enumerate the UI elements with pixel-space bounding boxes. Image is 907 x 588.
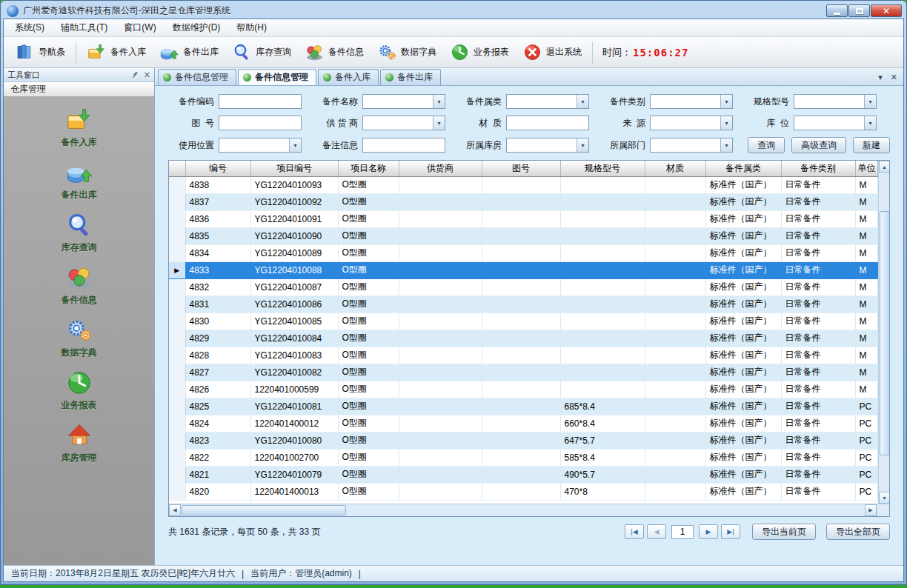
menu-system[interactable]: 系统(S) <box>7 19 53 36</box>
vertical-scrollbar[interactable]: ▲ ▼ <box>878 161 890 504</box>
toolbar-data-dictionary[interactable]: 数据字典 <box>371 39 443 65</box>
next-page-button[interactable]: ▶ <box>699 524 718 539</box>
row-selector-cell[interactable] <box>169 278 185 295</box>
row-selector-cell[interactable] <box>169 295 185 313</box>
toolbar-stock-query[interactable]: 库存查询 <box>225 39 298 65</box>
toolbar-parts-outbound[interactable]: 备件出库 <box>153 39 225 65</box>
toolbar-parts-info[interactable]: 备件信息 <box>298 39 371 65</box>
toolbar-parts-inbound[interactable]: 备件入库 <box>80 39 153 65</box>
row-selector-cell[interactable] <box>169 415 185 432</box>
sidebar-item-parts-inbound[interactable]: 备件入库 <box>4 106 154 149</box>
column-header[interactable]: 编号 <box>185 161 250 176</box>
minimize-button[interactable] <box>826 4 848 17</box>
row-selector-cell[interactable] <box>169 466 185 483</box>
menu-data-maintenance[interactable]: 数据维护(D) <box>165 19 229 36</box>
tab-parts-inbound[interactable]: 备件入库 <box>318 69 379 85</box>
tab-parts-info-manage-1[interactable]: 备件信息管理 <box>158 69 236 85</box>
search-dropdown[interactable]: ▾ <box>650 138 733 153</box>
vertical-scroll-thumb[interactable] <box>880 211 890 455</box>
search-dropdown[interactable]: ▾ <box>362 94 445 109</box>
row-selector-cell[interactable] <box>169 483 185 500</box>
search-text-input[interactable] <box>362 138 445 153</box>
search-dropdown[interactable]: ▾ <box>219 138 302 153</box>
search-dropdown[interactable]: ▾ <box>506 94 589 109</box>
close-button[interactable]: ✕ <box>871 4 902 17</box>
table-row[interactable]: 4836YG12204010091O型圈标准件（国产）日常备件M <box>169 210 877 227</box>
column-header[interactable]: 备件属类 <box>705 161 781 176</box>
last-page-button[interactable]: ▶| <box>721 524 740 539</box>
row-selector-cell[interactable]: ▶ <box>169 261 185 278</box>
row-selector-cell[interactable] <box>169 330 185 347</box>
table-row[interactable]: 4834YG12204010089O型圈标准件（国产）日常备件M <box>169 244 877 261</box>
row-selector-cell[interactable] <box>169 210 185 227</box>
toolbar-exit-system[interactable]: 退出系统 <box>516 39 588 65</box>
table-row[interactable]: 4823YG12204010080O型圈647*5.7标准件（国产）日常备件PC <box>169 432 877 449</box>
tab-close-icon[interactable]: ✕ <box>891 73 897 82</box>
sidebar-item-warehouse-manage[interactable]: 库房管理 <box>4 421 154 464</box>
scroll-down-icon[interactable]: ▼ <box>879 492 890 504</box>
search-text-input[interactable] <box>506 116 589 130</box>
column-header[interactable]: 供货商 <box>399 161 482 176</box>
sidebar-item-data-dictionary[interactable]: 数据字典 <box>4 316 154 359</box>
new-button[interactable]: 新建 <box>853 137 890 153</box>
table-row[interactable]: 4838YG12204010093O型圈标准件（国产）日常备件M <box>169 176 877 193</box>
table-row[interactable]: 48201220401400013O型圈470*8标准件（国产）日常备件PC <box>169 483 877 500</box>
column-header[interactable]: 图号 <box>482 161 560 176</box>
column-header[interactable]: 项目编号 <box>250 161 338 176</box>
column-header[interactable]: 备件类别 <box>781 161 855 176</box>
search-dropdown[interactable]: ▾ <box>362 116 445 130</box>
row-selector-cell[interactable] <box>169 244 185 261</box>
pin-icon[interactable] <box>131 71 139 79</box>
menu-window[interactable]: 窗口(W) <box>116 19 164 36</box>
row-selector-cell[interactable] <box>169 449 185 466</box>
menu-aux-tools[interactable]: 辅助工具(T) <box>53 19 116 36</box>
table-row[interactable]: 4821YG12204010079O型圈490*5.7标准件（国产）日常备件PC <box>169 466 877 483</box>
search-text-input[interactable] <box>219 116 302 130</box>
maximize-button[interactable] <box>848 4 870 17</box>
export-all-pages-button[interactable]: 导出全部页 <box>826 524 890 540</box>
table-row[interactable]: 4837YG12204010092O型圈标准件（国产）日常备件M <box>169 193 877 210</box>
horizontal-scrollbar[interactable]: ◀ ▶ <box>169 504 889 516</box>
sidebar-group-header[interactable]: 仓库管理 <box>4 82 154 97</box>
tab-parts-info-manage-2[interactable]: 备件信息管理 <box>238 69 316 85</box>
search-text-input[interactable] <box>219 94 302 109</box>
page-number-input[interactable] <box>671 525 694 539</box>
column-header[interactable]: 材质 <box>645 161 705 176</box>
scroll-up-icon[interactable]: ▲ <box>879 161 890 173</box>
tab-parts-outbound[interactable]: 备件出库 <box>380 69 441 85</box>
table-row[interactable]: 4829YG12204010084O型圈标准件（国产）日常备件M <box>169 330 877 347</box>
row-selector-cell[interactable] <box>169 176 185 193</box>
tab-list-chevron-down-icon[interactable]: ▾ <box>878 73 883 82</box>
tool-window-close-icon[interactable]: ✕ <box>144 70 150 80</box>
toolbar-navigator[interactable]: 导航条 <box>8 39 72 65</box>
prev-page-button[interactable]: ◀ <box>647 524 666 539</box>
search-dropdown[interactable]: ▾ <box>794 116 877 130</box>
column-header[interactable]: 项目名称 <box>338 161 399 176</box>
advanced-query-button[interactable]: 高级查询 <box>791 137 846 153</box>
table-row[interactable]: 48241220401400012O型圈660*8.4标准件（国产）日常备件PC <box>169 415 877 432</box>
first-page-button[interactable]: |◀ <box>625 524 644 539</box>
table-row[interactable]: 4830YG12204010085O型圈标准件（国产）日常备件M <box>169 313 877 330</box>
table-row[interactable]: 4828YG12204010083O型圈标准件（国产）日常备件M <box>169 347 877 364</box>
table-row[interactable]: 4831YG12204010086O型圈标准件（国产）日常备件M <box>169 295 877 313</box>
row-selector-cell[interactable] <box>169 193 185 210</box>
query-button[interactable]: 查询 <box>748 137 785 153</box>
export-current-page-button[interactable]: 导出当前页 <box>752 524 816 540</box>
row-selector-cell[interactable] <box>169 227 185 244</box>
sidebar-item-parts-outbound[interactable]: 备件出库 <box>4 158 154 201</box>
menu-help[interactable]: 帮助(H) <box>228 19 275 36</box>
horizontal-scroll-thumb[interactable] <box>182 505 346 515</box>
search-dropdown[interactable]: ▾ <box>650 116 733 130</box>
search-dropdown[interactable]: ▾ <box>506 138 589 153</box>
table-row[interactable]: 4825YG12204010081O型圈685*8.4标准件（国产）日常备件PC <box>169 398 877 415</box>
row-selector-cell[interactable] <box>169 347 185 364</box>
scroll-right-icon[interactable]: ▶ <box>865 504 877 516</box>
table-row[interactable]: 4835YG12204010090O型圈标准件（国产）日常备件M <box>169 227 877 244</box>
sidebar-item-parts-info[interactable]: 备件信息 <box>4 264 154 307</box>
row-selector-cell[interactable] <box>169 398 185 415</box>
table-row[interactable]: 48261220401000599O型圈标准件（国产）日常备件M <box>169 381 877 398</box>
table-row[interactable]: 48221220401002700O型圈585*8.4标准件（国产）日常备件PC <box>169 449 877 466</box>
table-row[interactable]: 4832YG12204010087O型圈标准件（国产）日常备件M <box>169 278 877 295</box>
column-header[interactable]: 单位 <box>855 161 877 176</box>
row-selector-cell[interactable] <box>169 381 185 398</box>
